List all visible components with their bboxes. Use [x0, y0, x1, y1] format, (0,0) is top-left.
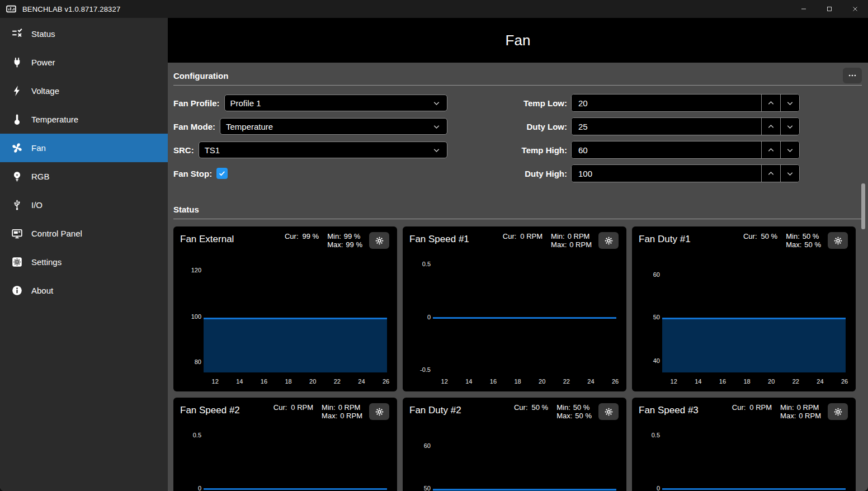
y-axis-tick: 0 — [640, 485, 660, 491]
src-label: SRC: — [173, 145, 194, 155]
sidebar-item-temperature[interactable]: Temperature — [0, 105, 168, 134]
chart-area: 0.50-0.51214161820222426 — [639, 422, 848, 491]
y-axis-tick: 0 — [181, 485, 201, 491]
y-axis-tick: 50 — [640, 314, 660, 320]
app-window: BENCHLAB v1.0.8717.28327 StatusPowerVolt… — [0, 0, 868, 491]
fan-stop-label: Fan Stop: — [173, 169, 212, 178]
card-settings-button[interactable] — [828, 403, 848, 420]
max-value: 0 RPM — [569, 240, 592, 249]
sidebar-item-rgb[interactable]: RGB — [0, 162, 168, 191]
min-label: Min: — [327, 232, 341, 240]
scrollbar-thumb[interactable] — [861, 183, 865, 229]
chevron-down-icon — [432, 145, 441, 155]
sidebar-item-status[interactable]: Status — [0, 20, 168, 48]
min-value: 0 RPM — [568, 232, 590, 240]
page-header: Fan — [168, 18, 868, 63]
status-cards: Fan External Cur: 99 % Min: 99 % Max: 99… — [173, 226, 862, 491]
duty-high-up-button[interactable] — [761, 165, 780, 182]
x-axis-tick: 26 — [383, 378, 389, 385]
sidebar-item-fan[interactable]: Fan — [0, 134, 168, 162]
card-settings-button[interactable] — [598, 232, 619, 249]
sidebar-item-control-panel[interactable]: Control Panel — [0, 219, 168, 248]
temp-high-down-button[interactable] — [780, 141, 799, 158]
minimize-button[interactable] — [791, 0, 817, 18]
thermometer-icon — [10, 113, 24, 126]
y-axis-tick: 60 — [411, 442, 431, 449]
max-value: 50 % — [804, 240, 821, 249]
close-button[interactable] — [842, 0, 868, 18]
x-axis-tick: 20 — [309, 378, 316, 385]
duty-high-input[interactable]: 100 — [572, 165, 761, 182]
card-settings-button[interactable] — [828, 232, 848, 249]
temp-low-input[interactable]: 20 — [572, 95, 761, 111]
cur-label: Cur: — [514, 403, 528, 420]
sidebar-item-i-o[interactable]: I/O — [0, 191, 168, 219]
series-line — [204, 488, 387, 490]
chart-card: Fan External Cur: 99 % Min: 99 % Max: 99… — [173, 226, 397, 391]
titlebar: BENCHLAB v1.0.8717.28327 — [0, 0, 868, 18]
maximize-button[interactable] — [817, 0, 842, 18]
sidebar-item-voltage[interactable]: Voltage — [0, 77, 168, 105]
y-axis-tick: 50 — [411, 485, 431, 491]
sidebar-item-label: Fan — [31, 143, 46, 153]
info-icon — [10, 284, 24, 298]
fan-stop-checkbox[interactable] — [216, 168, 228, 179]
chart-area: 6050401214161820222426 — [409, 422, 619, 491]
gear-square-icon — [10, 256, 24, 269]
min-value: 99 % — [344, 232, 361, 240]
temp-high-input[interactable]: 60 — [572, 141, 761, 158]
card-settings-button[interactable] — [369, 232, 389, 249]
duty-high-down-button[interactable] — [780, 165, 799, 182]
card-settings-button[interactable] — [369, 403, 389, 420]
max-label: Max: — [327, 240, 343, 249]
sidebar-item-about[interactable]: About — [0, 276, 168, 305]
series-line — [204, 318, 387, 319]
src-select[interactable]: TS1 — [199, 141, 447, 158]
cur-label: Cur: — [285, 232, 299, 249]
chevron-down-icon — [432, 98, 441, 108]
duty-low-up-button[interactable] — [761, 118, 780, 135]
x-axis-tick: 22 — [792, 378, 799, 385]
temp-low-down-button[interactable] — [780, 95, 799, 111]
fan-mode-select[interactable]: Temperature — [220, 118, 447, 135]
x-axis-tick: 20 — [768, 378, 775, 385]
fan-profile-select[interactable]: Profile 1 — [224, 95, 447, 111]
temp-low-up-button[interactable] — [761, 95, 780, 111]
x-axis-tick: 16 — [719, 378, 726, 385]
min-label: Min: — [322, 403, 336, 412]
more-options-button[interactable] — [843, 68, 862, 83]
configuration-heading: Configuration — [173, 71, 228, 81]
status-section-head: Status — [173, 201, 862, 218]
checklist-icon — [10, 27, 24, 41]
sidebar-item-label: I/O — [31, 200, 43, 210]
sidebar-item-settings[interactable]: Settings — [0, 248, 168, 276]
duty-low-down-button[interactable] — [780, 118, 799, 135]
app-logo-icon — [6, 3, 17, 15]
chart-area: 0.50-0.51214161820222426 — [409, 251, 619, 389]
content-area: Configuration Fan Profile: Profile 1 — [168, 63, 868, 491]
y-axis-tick: 0.5 — [640, 432, 660, 438]
card-settings-button[interactable] — [598, 403, 619, 420]
temp-high-up-button[interactable] — [761, 141, 780, 158]
status-heading: Status — [173, 205, 199, 214]
x-axis-tick: 14 — [465, 378, 472, 385]
page-title: Fan — [506, 32, 531, 49]
duty-low-input[interactable]: 25 — [572, 118, 761, 135]
chart-card: Fan Speed #1 Cur: 0 RPM Min: 0 RPM Max: … — [403, 226, 626, 391]
cur-value: 0 RPM — [291, 403, 313, 420]
x-axis-tick: 18 — [743, 378, 750, 385]
max-value: 50 % — [575, 412, 592, 420]
chart-area: 0.50-0.51214161820222426 — [180, 422, 389, 491]
max-label: Max: — [322, 412, 337, 420]
min-label: Min: — [556, 403, 570, 412]
series-area-fill — [204, 319, 387, 372]
x-axis-tick: 14 — [236, 378, 243, 385]
sidebar-item-power[interactable]: Power — [0, 48, 168, 77]
cur-value: 99 % — [303, 232, 319, 249]
max-label: Max: — [556, 412, 572, 420]
chevron-down-icon — [432, 122, 441, 131]
min-label: Min: — [780, 403, 794, 412]
x-axis-tick: 22 — [334, 378, 341, 385]
x-axis-tick: 26 — [841, 378, 848, 385]
x-axis-tick: 18 — [514, 378, 521, 385]
